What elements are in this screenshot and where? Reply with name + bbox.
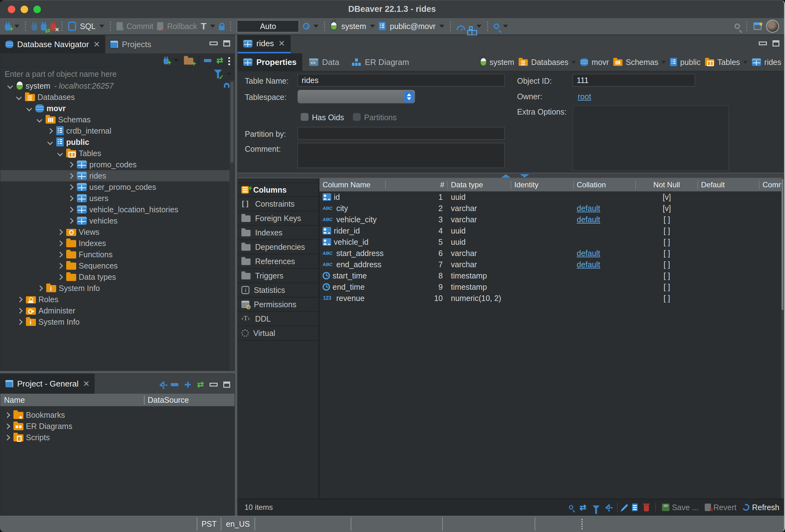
object-editor-tab[interactable]: Statistics bbox=[237, 283, 319, 298]
view-menu-icon[interactable] bbox=[228, 57, 230, 59]
expander-chevron-icon[interactable] bbox=[56, 275, 64, 279]
breadcrumb-dropdown-icon[interactable] bbox=[661, 61, 666, 64]
maximize-panel-icon[interactable] bbox=[223, 40, 230, 47]
tree-scrollbar[interactable] bbox=[229, 80, 234, 371]
new-connection-icon[interactable] bbox=[163, 59, 169, 64]
new-connection-dropdown-icon[interactable] bbox=[174, 59, 179, 62]
splitter-up-icon[interactable] bbox=[501, 174, 510, 178]
revert-button[interactable]: Revert bbox=[705, 503, 737, 512]
tree-item[interactable]: user_promo_codes bbox=[0, 181, 234, 193]
grid-settings-icon[interactable] bbox=[606, 505, 610, 509]
column-row[interactable]: start_address 6 varchar default [ ] bbox=[320, 248, 784, 259]
tablespace-select[interactable] bbox=[298, 90, 415, 103]
link-with-editor-icon[interactable]: ⇄ bbox=[217, 56, 223, 65]
new-connection-dropdown-icon[interactable] bbox=[15, 25, 19, 28]
column-header-name[interactable]: Name bbox=[0, 396, 144, 405]
collapse-all-icon[interactable] bbox=[204, 59, 211, 62]
connect-icon[interactable] bbox=[31, 24, 37, 31]
tree-item[interactable]: System Info bbox=[0, 282, 234, 294]
minimize-editor-icon[interactable] bbox=[759, 42, 767, 45]
filter-dropdown-icon[interactable] bbox=[227, 73, 231, 76]
tab-database-navigator[interactable]: Database Navigator ✕ bbox=[0, 35, 105, 53]
close-editor-tab-icon[interactable]: ✕ bbox=[278, 39, 285, 48]
panel-splitter[interactable] bbox=[235, 35, 237, 516]
tree-item[interactable]: Tables bbox=[0, 148, 234, 159]
products-icon[interactable] bbox=[469, 26, 473, 30]
view-list-icon[interactable] bbox=[632, 504, 638, 511]
expander-chevron-icon[interactable] bbox=[56, 241, 64, 245]
tab-data[interactable]: Data bbox=[304, 53, 345, 71]
breadcrumb-item[interactable]: Tables bbox=[705, 58, 748, 67]
grid-header-collation[interactable]: Collation bbox=[574, 180, 636, 189]
column-row[interactable]: rider_id 4 uuid [ ] bbox=[320, 225, 784, 236]
tree-item[interactable]: rides bbox=[0, 170, 234, 181]
expand-all-icon[interactable] bbox=[185, 381, 191, 387]
collation-link[interactable]: default bbox=[577, 215, 600, 224]
expander-chevron-icon[interactable] bbox=[56, 264, 64, 268]
grid-header-default[interactable]: Default bbox=[698, 180, 759, 189]
expander-chevron-icon[interactable] bbox=[35, 118, 43, 122]
transaction-dropdown-icon[interactable] bbox=[210, 25, 215, 28]
expander-chevron-icon[interactable] bbox=[16, 298, 23, 302]
breadcrumb-dropdown-icon[interactable] bbox=[572, 61, 576, 64]
sql-editor-icon[interactable] bbox=[68, 22, 76, 31]
schema-dropdown-icon[interactable] bbox=[439, 25, 444, 28]
project-tree-item[interactable]: ER Diagrams bbox=[0, 421, 234, 432]
grid-header-not-null[interactable]: Not Null bbox=[636, 180, 698, 189]
object-editor-tab[interactable]: Triggers bbox=[237, 269, 319, 283]
grid-header-identity[interactable]: Identity bbox=[511, 180, 574, 189]
open-perspective-icon[interactable] bbox=[754, 23, 762, 30]
grid-header-ordinal[interactable]: # bbox=[386, 180, 448, 189]
tree-item[interactable]: Schemas bbox=[0, 114, 234, 125]
tree-item[interactable]: Functions bbox=[0, 249, 234, 260]
refresh-button[interactable]: Refresh bbox=[742, 503, 779, 512]
invalidate-connection-icon[interactable] bbox=[41, 24, 47, 31]
column-row[interactable]: revenue 10 numeric(10, 2) [ ] bbox=[320, 293, 784, 304]
column-row[interactable]: city 2 varchar default [v] bbox=[320, 203, 784, 214]
tree-item[interactable]: Indexes bbox=[0, 237, 234, 249]
collapse-all-icon[interactable] bbox=[171, 383, 178, 386]
expander-chevron-icon[interactable] bbox=[3, 424, 11, 428]
expander-chevron-icon[interactable] bbox=[15, 95, 23, 99]
close-tab-icon[interactable]: ✕ bbox=[83, 379, 90, 389]
tree-item[interactable]: Views bbox=[0, 226, 234, 237]
tree-item[interactable]: Administer bbox=[0, 305, 234, 316]
tree-item[interactable]: Databases bbox=[0, 92, 234, 103]
tree-item[interactable]: system - localhost:26257 bbox=[0, 80, 234, 92]
dashboard-icon[interactable] bbox=[457, 25, 465, 30]
tree-item[interactable]: Data types bbox=[0, 271, 234, 282]
statusbar-drag-handle[interactable] bbox=[581, 519, 583, 530]
column-row[interactable]: end_time 9 timestamp [ ] bbox=[320, 281, 784, 293]
collation-link[interactable]: default bbox=[577, 204, 600, 213]
object-editor-tab[interactable]: Virtual bbox=[237, 326, 319, 340]
expander-chevron-icon[interactable] bbox=[3, 413, 11, 417]
user-avatar[interactable] bbox=[766, 20, 779, 33]
column-row[interactable]: id 1 uuid [v] bbox=[320, 192, 784, 203]
grid-search-icon[interactable] bbox=[569, 505, 573, 509]
tree-item[interactable]: Sequences bbox=[0, 260, 234, 271]
tree-item[interactable]: promo_codes bbox=[0, 159, 234, 170]
expander-chevron-icon[interactable] bbox=[46, 129, 54, 133]
tab-er-diagram[interactable]: ER Diagram bbox=[346, 53, 415, 71]
compare-icon[interactable]: ⇄ bbox=[580, 503, 586, 512]
commit-button[interactable]: Commit bbox=[126, 22, 153, 31]
column-header-datasource[interactable]: DataSource bbox=[144, 396, 234, 405]
expander-chevron-icon[interactable] bbox=[56, 253, 64, 257]
editor-tab-rides[interactable]: rides ✕ bbox=[237, 35, 291, 53]
expander-chevron-icon[interactable] bbox=[56, 151, 64, 155]
close-tab-icon[interactable]: ✕ bbox=[93, 40, 100, 49]
object-editor-tab[interactable]: Permissions bbox=[237, 298, 319, 312]
tab-project-general[interactable]: Project - General ✕ bbox=[0, 374, 95, 394]
transaction-log-dropdown-icon[interactable] bbox=[313, 25, 319, 28]
grid-header-comment[interactable]: Comm bbox=[759, 180, 784, 189]
breadcrumb-item[interactable]: rides bbox=[752, 58, 781, 67]
tab-projects[interactable]: Projects bbox=[105, 35, 156, 53]
expander-chevron-icon[interactable] bbox=[36, 286, 44, 290]
breadcrumb-item[interactable]: system bbox=[480, 58, 514, 67]
expander-chevron-icon[interactable] bbox=[56, 230, 64, 234]
expander-chevron-icon[interactable] bbox=[6, 84, 14, 88]
expander-chevron-icon[interactable] bbox=[67, 163, 74, 167]
tab-properties[interactable]: Properties bbox=[237, 53, 302, 71]
disconnect-icon[interactable] bbox=[50, 24, 56, 31]
tree-item[interactable]: vehicles bbox=[0, 215, 234, 226]
